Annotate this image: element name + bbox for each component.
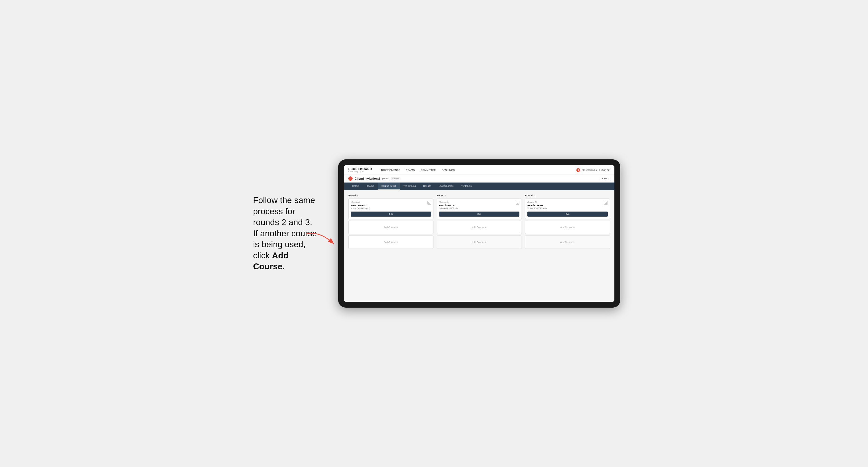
- course-name-3: Peachtree GC: [527, 204, 604, 207]
- nav-tournaments[interactable]: TOURNAMENTS: [380, 168, 400, 172]
- sign-out-link[interactable]: Sign out: [601, 169, 610, 172]
- course-details: Yellow (M) (6629 yds): [351, 207, 427, 210]
- round-2-course-card: (Course A) Peachtree GC Yellow (M) (6629…: [437, 198, 522, 219]
- round-2-add-course-2: Add Course +: [437, 236, 522, 249]
- tournament-name: Clippd Invitational: [355, 177, 380, 180]
- round-1-add-course-2[interactable]: Add Course +: [348, 236, 433, 249]
- arrow-icon: [304, 228, 336, 250]
- course-card-header-3: (Course A) Peachtree GC Yellow (M) (6629…: [527, 201, 608, 211]
- plus-icon-4: +: [485, 241, 487, 244]
- tab-printables[interactable]: Printables: [457, 183, 475, 190]
- round-3-edit-button[interactable]: Edit: [527, 212, 608, 217]
- course-card-info-3: (Course A) Peachtree GC Yellow (M) (6629…: [527, 201, 604, 211]
- scoreboard-logo: SCOREBOARD Powered by clippd: [348, 168, 372, 173]
- tab-results[interactable]: Results: [420, 183, 435, 190]
- tab-tee-groups[interactable]: Tee Groups: [400, 183, 420, 190]
- round-3-course-card: (Course A) Peachtree GC Yellow (M) (6629…: [525, 198, 610, 219]
- logo-sub: Powered by clippd: [348, 170, 372, 173]
- sub-header: C Clippd Invitational (Men) Hosting Canc…: [344, 175, 614, 183]
- round-2-label: Round 2: [437, 194, 522, 197]
- course-details-3: Yellow (M) (6629 yds): [527, 207, 604, 210]
- plus-icon-2: +: [397, 241, 398, 244]
- user-avatar: B: [576, 168, 580, 172]
- round-1-delete-button[interactable]: □: [427, 201, 431, 205]
- tablet-device: SCOREBOARD Powered by clippd TOURNAMENTS…: [338, 159, 620, 308]
- plus-icon-6: +: [573, 241, 575, 244]
- cancel-icon: ✕: [608, 177, 610, 180]
- course-tag-3: (Course A): [527, 201, 604, 203]
- logo-title: SCOREBOARD: [348, 168, 372, 170]
- round-2-column: Round 2 (Course A) Peachtree GC Yellow (…: [437, 194, 522, 250]
- course-card-header: (Course A) Peachtree GC Yellow (M) (6629…: [351, 201, 431, 211]
- round-2-add-course-1[interactable]: Add Course +: [437, 221, 522, 234]
- instruction-panel: Follow the same process for rounds 2 and…: [248, 189, 328, 278]
- round-3-label: Round 3: [525, 194, 610, 197]
- user-email: blair@clippd.io: [582, 169, 597, 172]
- tablet-screen: SCOREBOARD Powered by clippd TOURNAMENTS…: [344, 165, 614, 302]
- round-2-edit-button[interactable]: Edit: [439, 212, 519, 217]
- round-3-column: Round 3 (Course A) Peachtree GC Yellow (…: [525, 194, 610, 250]
- course-name: Peachtree GC: [351, 204, 427, 207]
- round-3-add-course-1[interactable]: Add Course +: [525, 221, 610, 234]
- plus-icon: +: [397, 226, 398, 229]
- nav-committee[interactable]: COMMITTEE: [420, 168, 436, 172]
- plus-icon-3: +: [485, 226, 487, 229]
- round-1-label: Round 1: [348, 194, 433, 197]
- tab-details[interactable]: Details: [348, 183, 363, 190]
- tab-leaderboards[interactable]: Leaderboards: [435, 183, 457, 190]
- round-1-add-course-1[interactable]: Add Course +: [348, 221, 433, 234]
- round-2-delete-button[interactable]: □: [516, 201, 519, 205]
- clippd-logo: C: [348, 177, 352, 181]
- round-1-course-card: (Course A) Peachtree GC Yellow (M) (6629…: [348, 198, 433, 219]
- course-card-header-2: (Course A) Peachtree GC Yellow (M) (6629…: [439, 201, 519, 211]
- course-card-info: (Course A) Peachtree GC Yellow (M) (6629…: [351, 201, 427, 211]
- sub-header-left: C Clippd Invitational (Men) Hosting: [348, 177, 400, 181]
- tab-course-setup[interactable]: Course Setup: [378, 183, 400, 190]
- nav-rankings[interactable]: RANKINGS: [441, 168, 455, 172]
- round-3-delete-button[interactable]: □: [604, 201, 608, 205]
- rounds-grid: Round 1 (Course A) Peachtree GC Yellow (…: [348, 194, 610, 250]
- course-details-2: Yellow (M) (6629 yds): [439, 207, 516, 210]
- main-content: Round 1 (Course A) Peachtree GC Yellow (…: [344, 190, 614, 302]
- course-name-2: Peachtree GC: [439, 204, 516, 207]
- round-1-edit-button[interactable]: Edit: [351, 212, 431, 217]
- course-card-info-2: (Course A) Peachtree GC Yellow (M) (6629…: [439, 201, 516, 211]
- add-course-bold: Add Course.: [253, 251, 288, 272]
- cancel-button[interactable]: Cancel ✕: [600, 177, 610, 180]
- course-tag-2: (Course A): [439, 201, 516, 203]
- course-tag: (Course A): [351, 201, 427, 203]
- nav-teams[interactable]: TEAMS: [406, 168, 415, 172]
- top-nav-links: TOURNAMENTS TEAMS COMMITTEE RANKINGS: [380, 168, 571, 172]
- round-3-add-course-2: Add Course +: [525, 236, 610, 249]
- plus-icon-5: +: [573, 226, 575, 229]
- page-wrapper: Follow the same process for rounds 2 and…: [248, 159, 620, 308]
- top-navigation: SCOREBOARD Powered by clippd TOURNAMENTS…: [344, 165, 614, 175]
- tabs-bar: Details Teams Course Setup Tee Groups Re…: [344, 183, 614, 190]
- tab-teams[interactable]: Teams: [363, 183, 378, 190]
- round-1-column: Round 1 (Course A) Peachtree GC Yellow (…: [348, 194, 433, 250]
- event-type: (Men): [382, 177, 389, 180]
- hosting-badge: Hosting: [391, 177, 400, 180]
- top-nav-right: B blair@clippd.io | Sign out: [576, 168, 610, 172]
